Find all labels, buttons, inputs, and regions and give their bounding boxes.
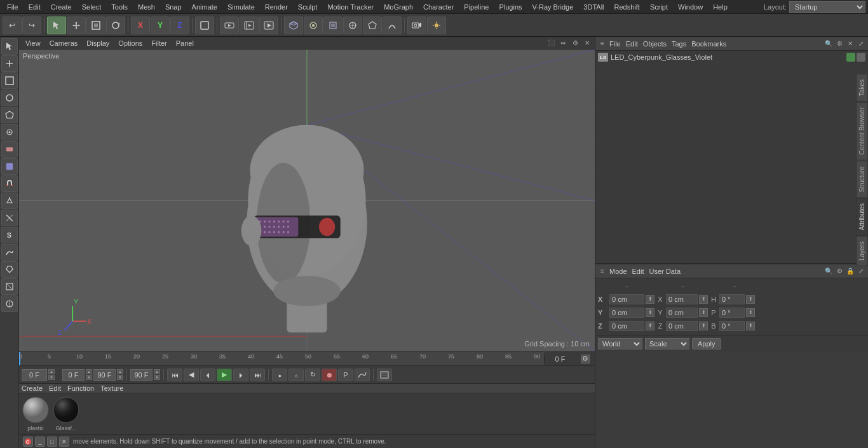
- preview-end-input[interactable]: [130, 369, 153, 381]
- coord-z-btn1[interactable]: ⬆: [646, 322, 654, 330]
- pen-button[interactable]: [304, 17, 323, 34]
- material-plastic[interactable]: plastic: [22, 396, 50, 431]
- menu-sculpt[interactable]: Sculpt: [294, 2, 322, 12]
- coord-z-rot-input[interactable]: [719, 321, 745, 331]
- cube-button[interactable]: [284, 17, 303, 34]
- minimize-icon[interactable]: _: [35, 437, 45, 447]
- obj-menu-tags[interactable]: Tags: [672, 40, 686, 48]
- menu-help[interactable]: Help: [709, 2, 732, 12]
- select-tool-button[interactable]: [47, 17, 66, 34]
- viewport-menu-panel[interactable]: Panel: [172, 39, 198, 48]
- material-create[interactable]: Create: [22, 384, 43, 392]
- start-down-arrow[interactable]: ▼: [86, 375, 92, 380]
- viewport-close-icon[interactable]: ✕: [582, 38, 592, 48]
- coord-y-btn1[interactable]: ⬆: [646, 308, 654, 317]
- key-all-button[interactable]: ⬥: [272, 369, 287, 381]
- sidebar-extrude-btn[interactable]: [1, 193, 18, 209]
- viewport-menu-options[interactable]: Options: [114, 39, 146, 48]
- preview-up-arrow[interactable]: ▲: [154, 369, 160, 374]
- end-down-arrow[interactable]: ▼: [117, 375, 123, 380]
- sidebar-rotate-btn[interactable]: [1, 90, 18, 106]
- menu-character[interactable]: Character: [419, 2, 458, 12]
- timeline-view-button[interactable]: [377, 369, 392, 381]
- menu-snap[interactable]: Snap: [161, 2, 186, 12]
- render-region-button[interactable]: [220, 17, 239, 34]
- menu-vray[interactable]: V-Ray Bridge: [528, 2, 578, 12]
- obj-menu-file[interactable]: File: [609, 40, 621, 48]
- sidebar-knife-btn[interactable]: [1, 210, 18, 226]
- coord-x-btn2[interactable]: ⬆: [699, 295, 708, 304]
- tab-structure[interactable]: Structure: [856, 161, 868, 198]
- scale-tool-button[interactable]: [86, 17, 105, 34]
- f-curve-button[interactable]: [355, 369, 370, 381]
- attr-lock-icon[interactable]: 🔒: [846, 267, 855, 276]
- material-glassf[interactable]: Glassf...: [52, 396, 80, 431]
- prev-frame-button[interactable]: ⏴: [200, 369, 215, 381]
- attr-settings-icon[interactable]: ⚙: [835, 267, 844, 276]
- render-button[interactable]: [259, 17, 278, 34]
- obj-menu-objects[interactable]: Objects: [643, 40, 667, 48]
- attr-menu-edit[interactable]: Edit: [632, 268, 644, 275]
- material-edit[interactable]: Edit: [49, 384, 61, 392]
- sidebar-s-btn[interactable]: S: [1, 227, 18, 243]
- object-mode-button[interactable]: [195, 17, 214, 34]
- camera-button[interactable]: [407, 17, 426, 34]
- coord-y-size-input[interactable]: [666, 308, 698, 318]
- motion-system-button[interactable]: P: [338, 369, 353, 381]
- coord-x-pos-input[interactable]: [609, 294, 644, 304]
- menu-3dtall[interactable]: 3DTAll: [579, 2, 608, 12]
- array-button[interactable]: [343, 17, 362, 34]
- z-axis-button[interactable]: Z: [170, 17, 189, 34]
- menu-select[interactable]: Select: [78, 2, 106, 12]
- menu-create[interactable]: Create: [46, 2, 76, 12]
- sidebar-select-btn[interactable]: [1, 38, 18, 55]
- sidebar-vertex-btn[interactable]: [1, 124, 18, 140]
- sidebar-sculpt-btn[interactable]: [1, 244, 18, 261]
- viewport-maximize-icon[interactable]: ⬛: [546, 38, 556, 48]
- coord-z-pos-input[interactable]: [609, 321, 644, 331]
- coord-x-size-input[interactable]: [666, 294, 698, 304]
- 3d-viewport[interactable]: X Y Z: [19, 50, 595, 351]
- coord-y-rot-input[interactable]: [719, 308, 745, 318]
- attr-menu-mode[interactable]: Mode: [609, 268, 627, 275]
- menu-simulate[interactable]: Simulate: [223, 2, 259, 12]
- goto-start-button[interactable]: ⏮: [167, 369, 182, 381]
- next-frame-button[interactable]: ⏵: [233, 369, 248, 381]
- close-icon[interactable]: ✕: [59, 437, 69, 447]
- viewport-menu-display[interactable]: Display: [83, 39, 113, 48]
- move-tool-button[interactable]: [67, 17, 86, 34]
- menu-pipeline[interactable]: Pipeline: [459, 2, 493, 12]
- frame-up-arrow[interactable]: ▲: [48, 369, 55, 374]
- coord-x-btn1[interactable]: ⬆: [646, 295, 654, 304]
- obj-close-icon[interactable]: ✕: [846, 39, 855, 48]
- obj-expand-icon[interactable]: ⤢: [857, 39, 865, 48]
- maximize-icon[interactable]: □: [47, 437, 57, 447]
- menu-tools[interactable]: Tools: [107, 2, 132, 12]
- preview-down-arrow[interactable]: ▼: [154, 375, 160, 380]
- search-icon[interactable]: 🔍: [824, 39, 833, 48]
- viewport-settings-icon[interactable]: ⚙: [570, 38, 580, 48]
- sidebar-face-btn[interactable]: [1, 158, 18, 175]
- coord-z-btn2[interactable]: ⬆: [699, 322, 708, 330]
- menu-mesh[interactable]: Mesh: [133, 2, 159, 12]
- menu-motion-tracker[interactable]: Motion Tracker: [323, 2, 378, 12]
- undo-button[interactable]: ↩: [3, 17, 22, 34]
- render-anim-button[interactable]: [240, 17, 259, 34]
- obj-item-glasses[interactable]: L0 LED_Cyberpunk_Glasses_Violet: [595, 51, 868, 64]
- play-button[interactable]: ▶: [217, 369, 232, 381]
- coord-x-btn3[interactable]: ⬆: [746, 295, 755, 304]
- coord-z-btn3[interactable]: ⬆: [746, 322, 755, 330]
- menu-edit[interactable]: Edit: [24, 2, 45, 12]
- apply-button[interactable]: Apply: [692, 338, 721, 350]
- attr-menu-userdata[interactable]: User Data: [649, 268, 681, 275]
- record-button[interactable]: ⏺: [322, 369, 337, 381]
- menu-file[interactable]: File: [3, 2, 23, 12]
- obj-menu-edit[interactable]: Edit: [626, 40, 638, 48]
- menu-mograph[interactable]: MoGraph: [379, 2, 417, 12]
- material-function[interactable]: Function: [67, 384, 94, 392]
- tab-takes[interactable]: Takes: [856, 74, 868, 102]
- deformer-button[interactable]: [383, 17, 402, 34]
- coord-y-btn3[interactable]: ⬆: [746, 308, 755, 317]
- layout-dropdown[interactable]: Startup: [789, 1, 865, 13]
- x-axis-button[interactable]: X: [131, 17, 150, 34]
